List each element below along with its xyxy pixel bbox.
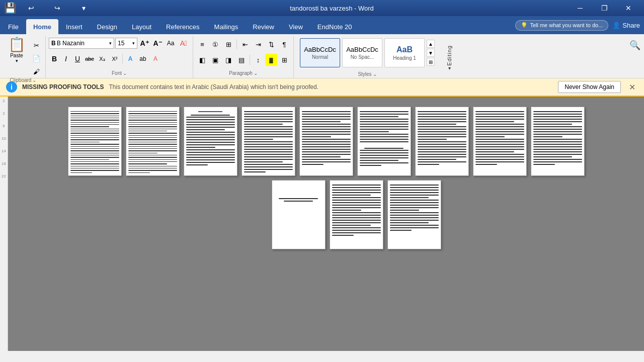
sort-button[interactable]: ⇅ bbox=[265, 38, 277, 50]
page-10[interactable] bbox=[272, 180, 326, 249]
style-no-spacing[interactable]: AaBbCcDc No Spac... bbox=[342, 38, 382, 67]
pages-area[interactable] bbox=[8, 97, 644, 351]
warning-close-button[interactable]: ✕ bbox=[626, 81, 638, 93]
lightbulb-icon: 💡 bbox=[521, 22, 528, 29]
shading-button[interactable]: ▓ bbox=[265, 54, 277, 66]
page-11[interactable] bbox=[330, 180, 383, 249]
clipboard-launcher-icon[interactable]: ⌄ bbox=[32, 77, 36, 83]
superscript-button[interactable]: X² bbox=[109, 53, 121, 65]
page-9[interactable] bbox=[531, 107, 585, 176]
warning-title: MISSING PROOFING TOOLS bbox=[22, 83, 104, 90]
font-name-dropdown-icon[interactable]: ▾ bbox=[109, 41, 112, 46]
styles-expand[interactable]: ⊞ bbox=[427, 58, 435, 66]
page-1[interactable] bbox=[68, 107, 122, 176]
text-effects-button[interactable]: A bbox=[124, 53, 136, 65]
tab-insert[interactable]: Insert bbox=[59, 19, 90, 34]
font-label-text: Font bbox=[112, 70, 122, 76]
paste-button[interactable]: 📋 Paste ▾ bbox=[4, 37, 29, 62]
ribbon-tab-right: 💡 Tell me what you want to do... 👤 Share bbox=[515, 16, 644, 34]
bullets-button[interactable]: ≡ bbox=[196, 38, 208, 50]
page-8[interactable] bbox=[473, 107, 527, 176]
styles-scroll-up[interactable]: ▲ bbox=[427, 40, 435, 48]
redo-button[interactable]: ↪ bbox=[46, 0, 69, 16]
paste-dropdown-arrow: ▾ bbox=[16, 58, 18, 63]
increase-indent-button[interactable]: ⇥ bbox=[252, 38, 264, 50]
ruler-num-3: 6 bbox=[3, 124, 5, 128]
strikethrough-button[interactable]: abc bbox=[84, 53, 96, 65]
page-12[interactable] bbox=[387, 180, 441, 249]
font-launcher-icon[interactable]: ⌄ bbox=[123, 70, 127, 76]
tab-review[interactable]: Review bbox=[246, 19, 281, 34]
paragraph-launcher-icon[interactable]: ⌄ bbox=[254, 70, 258, 76]
page-5[interactable] bbox=[299, 107, 353, 176]
tab-references[interactable]: References bbox=[159, 19, 206, 34]
line-spacing-button[interactable]: ↕ bbox=[252, 54, 264, 66]
close-button[interactable]: ✕ bbox=[617, 0, 640, 16]
document-area: 2 2 6 10 14 18 22 bbox=[0, 97, 644, 351]
tab-design[interactable]: Design bbox=[90, 19, 124, 34]
underline-button[interactable]: U bbox=[72, 53, 83, 64]
tab-mailings[interactable]: Mailings bbox=[207, 19, 246, 34]
style-heading1-label: Heading 1 bbox=[393, 55, 416, 61]
align-left-button[interactable]: ◧ bbox=[196, 54, 208, 66]
tab-endnote[interactable]: EndNote 20 bbox=[310, 19, 359, 34]
style-nospace-label: No Spac... bbox=[351, 54, 374, 60]
multilevel-list-button[interactable]: ⊞ bbox=[222, 38, 234, 50]
minimize-button[interactable]: ─ bbox=[569, 0, 592, 16]
font-color-button[interactable]: A bbox=[149, 53, 162, 65]
subscript-button[interactable]: X₂ bbox=[96, 53, 108, 65]
font-label: Font ⌄ bbox=[49, 70, 190, 77]
text-highlight-button[interactable]: ab bbox=[137, 53, 149, 65]
clear-formatting-button[interactable]: A⃝ bbox=[178, 37, 190, 49]
editing-dropdown-icon: ▾ bbox=[448, 65, 451, 71]
font-name-display: B Nazanin bbox=[57, 40, 109, 47]
document-title: tandorosti ba varzesh - Word bbox=[95, 5, 569, 12]
page-3[interactable] bbox=[184, 107, 237, 176]
ruler-num-5: 14 bbox=[2, 149, 6, 153]
borders-button[interactable]: ⊞ bbox=[278, 54, 290, 66]
page-6[interactable] bbox=[357, 107, 411, 176]
show-formatting-button[interactable]: ¶ bbox=[278, 38, 290, 50]
quick-access-dropdown[interactable]: ▾ bbox=[72, 0, 95, 16]
format-painter-button[interactable]: 🖌 bbox=[30, 65, 42, 77]
style-normal[interactable]: AaBbCcDc Normal bbox=[300, 38, 340, 67]
cut-button[interactable]: ✂ bbox=[30, 39, 42, 51]
styles-scroll-down[interactable]: ▼ bbox=[427, 49, 435, 57]
search-button[interactable]: 🔍 bbox=[628, 38, 642, 52]
never-show-again-button[interactable]: Never Show Again bbox=[558, 81, 621, 93]
title-bar-left: 💾 ↩ ↪ ▾ bbox=[4, 0, 95, 16]
page-7[interactable] bbox=[415, 107, 469, 176]
editing-button[interactable]: Editing ▾ bbox=[443, 40, 456, 76]
tell-me-box[interactable]: 💡 Tell me what you want to do... bbox=[515, 20, 608, 31]
change-case-button[interactable]: Aa bbox=[165, 37, 177, 49]
decrease-indent-button[interactable]: ⇤ bbox=[239, 38, 251, 50]
format-row: B I U abc X₂ X² A ab A bbox=[49, 52, 190, 66]
font-grow-button[interactable]: A⁺ bbox=[138, 37, 150, 49]
tab-home[interactable]: Home bbox=[26, 19, 58, 34]
page-2[interactable] bbox=[126, 107, 180, 176]
page-4[interactable] bbox=[242, 107, 295, 176]
font-name-row: B B Nazanin ▾ 15 ▾ A⁺ A⁻ Aa A⃝ bbox=[49, 37, 190, 49]
copy-button[interactable]: 📄 bbox=[30, 52, 42, 64]
align-right-button[interactable]: ◨ bbox=[222, 54, 234, 66]
styles-launcher-icon[interactable]: ⌄ bbox=[373, 71, 377, 77]
font-shrink-button[interactable]: A⁻ bbox=[151, 37, 164, 49]
align-center-button[interactable]: ▣ bbox=[209, 54, 221, 66]
justify-button[interactable]: ▤ bbox=[235, 54, 248, 66]
italic-button[interactable]: I bbox=[60, 53, 71, 64]
share-label: Share bbox=[622, 22, 640, 29]
bold-button[interactable]: B bbox=[49, 53, 60, 64]
restore-button[interactable]: ❐ bbox=[593, 0, 616, 16]
editing-text: Editing bbox=[446, 45, 452, 66]
styles-scroll-buttons: ▲ ▼ ⊞ bbox=[427, 40, 435, 66]
share-button[interactable]: 👤 Share bbox=[612, 22, 640, 29]
tab-layout[interactable]: Layout bbox=[125, 19, 158, 34]
font-size-display: 15 bbox=[118, 40, 132, 47]
numbering-button[interactable]: ① bbox=[209, 38, 221, 50]
paste-icon: 📋 bbox=[8, 36, 26, 53]
font-size-dropdown-icon[interactable]: ▾ bbox=[132, 41, 135, 46]
style-heading1[interactable]: AaB Heading 1 bbox=[384, 38, 425, 67]
tab-file[interactable]: File bbox=[1, 19, 26, 34]
undo-button[interactable]: ↩ bbox=[20, 0, 43, 16]
tab-view[interactable]: View bbox=[282, 19, 310, 34]
